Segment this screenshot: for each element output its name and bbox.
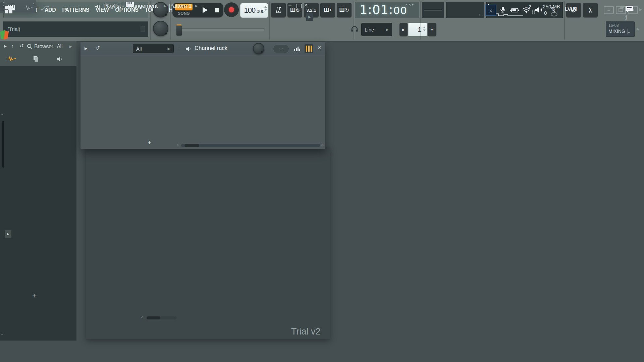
minimize-icon[interactable]: – <box>288 2 291 8</box>
tempo-display[interactable]: 100.000 <box>240 3 268 18</box>
time-display[interactable]: 1:01:00 B:S:T <box>355 2 419 18</box>
pattern-selector[interactable]: 1 <box>408 23 427 36</box>
session-display[interactable]: 16-08 MIXING |.. <box>606 21 635 37</box>
chevron-right-icon[interactable]: ▶ <box>637 27 639 31</box>
fl-studio-screen: FILEEDITADDPATTERNSVIEWOPTIONSTOOLSHELP … <box>0 0 644 362</box>
channel-filter-value: All <box>136 46 142 52</box>
mixer-window: ‹ Trial v2 <box>86 147 330 339</box>
microphone-icon[interactable] <box>500 6 506 14</box>
channel-rows <box>80 55 325 132</box>
window-title: Channel rack <box>195 45 227 52</box>
hint-text: (Trial) <box>7 26 20 32</box>
chevron-right-icon[interactable]: ▶ <box>639 7 642 12</box>
automation-picker-icon[interactable] <box>41 5 50 11</box>
time-main: 1:01: <box>360 3 393 17</box>
browser-scrollbar[interactable] <box>2 121 4 168</box>
pattern-prev-button[interactable]: ▶ <box>399 23 408 36</box>
speaker-icon <box>95 4 101 9</box>
browser-tree <box>0 41 76 341</box>
graph-editor-icon[interactable] <box>294 46 301 51</box>
preview-play-button[interactable]: ▶ <box>5 230 11 238</box>
chan-tab-icon[interactable] <box>114 2 121 6</box>
trial-watermark: Trial v2 <box>291 326 321 337</box>
time-unit-label: B:S:T <box>406 4 414 7</box>
channel-rack-window: ▶ ↺ All▶ ⁞ Channel rack ··· ✕ + ‹ › <box>80 42 325 149</box>
add-pattern-button[interactable]: + <box>32 292 36 299</box>
typing-keyboard-button[interactable]: Ш+ <box>320 3 335 17</box>
slicer-scissors-button[interactable]: ✂ <box>583 3 598 17</box>
more-options-pill[interactable]: ··· <box>273 45 289 53</box>
play-button[interactable] <box>203 7 208 13</box>
channel-filter-dropdown[interactable]: All▶ <box>133 44 174 53</box>
close-icon[interactable]: ✕ <box>304 3 308 8</box>
master-pitch-knob[interactable] <box>153 21 168 36</box>
brave-icon <box>0 30 9 40</box>
scroll-right-icon[interactable]: › <box>33 1 34 6</box>
undo-icon[interactable]: ↺ <box>95 45 100 51</box>
language-indicator[interactable]: DAN <box>563 6 579 12</box>
loop-record-button[interactable]: Ш↻ <box>337 3 352 17</box>
song-mode-button[interactable]: SONG <box>175 11 193 16</box>
chevron-right-icon: ▶ <box>195 4 198 8</box>
keyboard-editor-icon[interactable] <box>305 44 313 53</box>
pitch-slider-thumb[interactable] <box>176 24 182 36</box>
hint-clip-icon <box>141 26 145 32</box>
channel-rack-titlebar[interactable]: ▶ ↺ All▶ ⁞ Channel rack ··· ✕ <box>80 42 325 55</box>
rack-volume-knob[interactable] <box>253 43 264 54</box>
pattern-add-button[interactable]: + <box>428 23 436 36</box>
cpu-meter-panel[interactable]: ↻ <box>446 2 484 18</box>
chevron-right-icon: ▶ <box>386 27 389 32</box>
notification-center-button[interactable]: 1 <box>625 5 634 21</box>
breadcrumb-pattern[interactable]: Pattern 1 <box>169 3 192 9</box>
start-button[interactable] <box>5 6 13 15</box>
drag-dots-icon: ⁞ <box>178 45 180 50</box>
headphone-icon[interactable] <box>351 26 358 32</box>
minimize-button[interactable]: – <box>604 6 614 14</box>
chevron-right-icon: ▶ <box>164 4 166 8</box>
master-pitch-slider[interactable] <box>176 28 265 32</box>
hint-bar: (Trial) <box>3 21 148 37</box>
menu-item-patterns[interactable]: PATTERNS <box>62 7 89 13</box>
grid-dots-icon <box>532 10 533 12</box>
pat-tab-icon[interactable] <box>125 1 134 7</box>
polyphony-count: 0 <box>544 10 547 16</box>
pattern-spinner[interactable] <box>423 26 426 31</box>
speaker-icon <box>185 46 192 52</box>
tempo-value: 100 <box>244 6 256 15</box>
notification-badge: 1 <box>625 15 634 21</box>
music-note-tray-icon[interactable]: ♫ <box>485 5 496 16</box>
battery-charging-icon[interactable] <box>510 8 519 13</box>
stop-button[interactable] <box>215 8 219 12</box>
close-icon[interactable]: ✕ <box>317 45 322 51</box>
mixer-scroll-thumb[interactable] <box>147 316 160 319</box>
scroll-left-icon[interactable]: ‹ <box>177 142 178 147</box>
record-button[interactable] <box>224 2 239 17</box>
mixer-scrollbar[interactable] <box>146 316 176 319</box>
scroll-right-icon[interactable]: › <box>321 142 323 147</box>
snap-value: Line <box>365 27 374 33</box>
notification-icon <box>625 5 634 13</box>
browser-panel: ▶ ↑ ↺ Browser.. All ▶ ⌃ ⌄ ▶ <box>0 41 76 341</box>
scroll-up-icon[interactable]: ⌃ <box>1 113 4 118</box>
snap-dropdown[interactable]: Line▶ <box>361 23 392 36</box>
oscilloscope-panel[interactable] <box>422 2 444 18</box>
scroll-left-icon[interactable]: ‹ <box>141 314 143 319</box>
scroll-down-icon[interactable]: ⌄ <box>1 332 4 336</box>
time-frac: 00 <box>393 4 407 16</box>
volume-icon[interactable] <box>535 7 543 13</box>
play-icon[interactable]: ▶ <box>85 46 87 51</box>
tempo-spinner[interactable] <box>264 6 267 11</box>
waveform-picker-icon[interactable] <box>24 5 33 11</box>
mini-next-button[interactable]: ▶ <box>306 13 313 21</box>
rack-scroll-thumb[interactable] <box>184 144 199 147</box>
session-line2: MIXING |.. <box>608 28 632 34</box>
wifi-icon[interactable] <box>522 7 531 13</box>
windows-logo-icon <box>5 6 13 14</box>
metronome-button[interactable] <box>271 3 286 17</box>
session-line1: 16-08 <box>608 23 632 28</box>
add-channel-button[interactable]: + <box>148 139 152 146</box>
rack-scrollbar[interactable] <box>181 144 320 147</box>
note-tab-icon[interactable] <box>103 2 111 6</box>
mixer-strips <box>86 147 330 339</box>
maximize-icon[interactable] <box>297 4 302 8</box>
